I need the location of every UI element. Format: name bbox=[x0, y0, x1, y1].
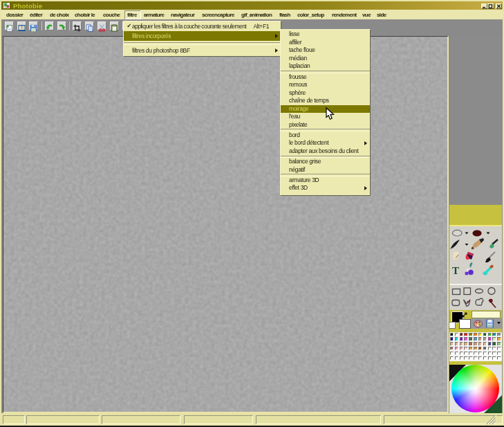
svg-text:T: T bbox=[452, 265, 459, 276]
